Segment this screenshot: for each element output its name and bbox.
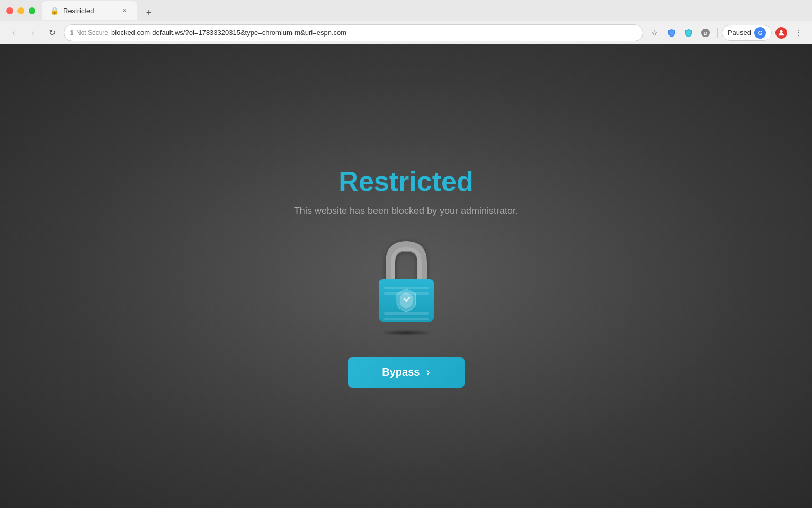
tab-close-button[interactable]: × xyxy=(120,6,129,15)
nav-bar: ‹ › ↻ ℹ Not Secure blocked.com-default.w… xyxy=(0,21,812,44)
not-secure-label: Not Secure xyxy=(76,29,108,37)
page-title: Restricted xyxy=(338,165,473,197)
divider xyxy=(717,28,718,38)
browser-chrome: 🔒 Restricted × + ‹ › ↻ ℹ Not Secure bloc… xyxy=(0,0,812,44)
tab-title: Restricted xyxy=(63,7,116,15)
maximize-window-dot[interactable] xyxy=(29,7,35,14)
page-content: Restricted This website has been blocked… xyxy=(0,44,812,508)
close-window-dot[interactable] xyxy=(6,7,13,14)
security-icon: ℹ xyxy=(70,29,73,37)
bypass-button[interactable]: Bypass › xyxy=(348,357,465,388)
forward-button[interactable]: › xyxy=(25,25,40,40)
back-icon: ‹ xyxy=(12,28,15,38)
profile-avatar xyxy=(775,27,787,39)
bypass-arrow-icon: › xyxy=(426,366,430,379)
extension-icon-3[interactable]: D xyxy=(698,25,713,40)
lock-icon xyxy=(369,238,443,325)
minimize-window-dot[interactable] xyxy=(17,7,24,14)
tab-favicon-icon: 🔒 xyxy=(50,6,59,15)
forward-icon: › xyxy=(31,28,34,38)
bookmark-icon: ☆ xyxy=(651,29,658,37)
paused-label: Paused xyxy=(728,29,751,37)
title-bar: 🔒 Restricted × + xyxy=(0,0,812,21)
blocked-message: This website has been blocked by your ad… xyxy=(294,206,518,217)
bypass-label: Bypass xyxy=(382,366,420,378)
extension-shield-icon-1[interactable] xyxy=(664,25,679,40)
svg-rect-6 xyxy=(384,312,429,315)
bookmark-button[interactable]: ☆ xyxy=(647,25,662,40)
svg-rect-7 xyxy=(384,318,429,320)
svg-text:D: D xyxy=(704,30,708,35)
back-button[interactable]: ‹ xyxy=(6,25,21,40)
paused-badge[interactable]: Paused G xyxy=(722,25,772,41)
url-text: blocked.com-default.ws/?ol=17833320315&t… xyxy=(111,29,636,37)
new-tab-button[interactable]: + xyxy=(141,5,156,20)
user-avatar: G xyxy=(754,27,766,39)
shield-svg-2 xyxy=(684,28,693,38)
ext-svg-3: D xyxy=(701,28,710,38)
menu-icon: ⋮ xyxy=(795,29,802,37)
lock-icon-container xyxy=(369,238,443,336)
window-controls xyxy=(6,7,35,14)
address-bar[interactable]: ℹ Not Secure blocked.com-default.ws/?ol=… xyxy=(64,24,643,41)
nav-right-icons: ☆ D xyxy=(647,25,806,41)
svg-point-2 xyxy=(780,30,782,32)
profile-icon[interactable] xyxy=(774,25,789,40)
active-tab[interactable]: 🔒 Restricted × xyxy=(42,1,137,20)
refresh-icon: ↻ xyxy=(49,28,56,38)
menu-button[interactable]: ⋮ xyxy=(791,25,806,40)
refresh-button[interactable]: ↻ xyxy=(44,25,59,40)
extension-shield-icon-2[interactable] xyxy=(681,25,696,40)
profile-svg xyxy=(778,29,785,37)
shield-svg-1 xyxy=(667,28,676,38)
lock-shadow xyxy=(380,329,433,336)
